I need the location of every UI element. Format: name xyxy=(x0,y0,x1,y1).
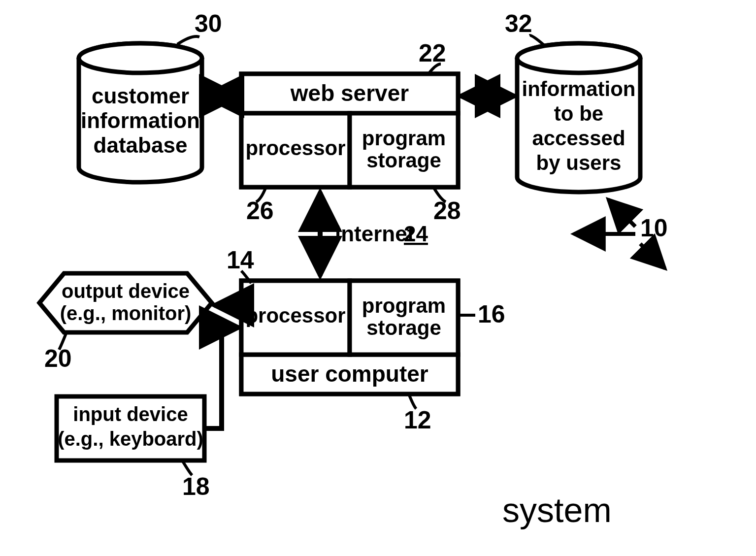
output-device-block: output device (e.g., monitor) xyxy=(39,273,212,332)
db-info-line2: to be xyxy=(554,102,603,125)
db-customer: customer information database xyxy=(79,43,202,182)
system-ref-group: 10 xyxy=(574,199,668,268)
uc-storage-line1: program xyxy=(362,294,446,317)
svg-line-14 xyxy=(608,199,635,227)
uc-processor-ref: 14 xyxy=(227,246,254,274)
output-device-line1: output device xyxy=(62,280,190,302)
system-ref: 10 xyxy=(640,214,668,242)
ws-storage-line1: program xyxy=(362,127,446,150)
svg-line-16 xyxy=(640,244,665,268)
uc-storage-line2: storage xyxy=(366,316,441,339)
user-computer-label: user computer xyxy=(271,361,428,387)
system-label: system xyxy=(502,491,612,529)
input-device-line1: input device xyxy=(73,403,188,425)
db-customer-line3: database xyxy=(94,133,188,157)
ws-processor-ref: 26 xyxy=(246,197,274,225)
db-info-line3: accessed xyxy=(532,127,625,150)
web-server-block: web server processor program storage xyxy=(241,74,458,187)
db-info-line4: by users xyxy=(536,151,622,174)
svg-point-3 xyxy=(517,43,640,73)
svg-point-1 xyxy=(79,43,202,73)
web-server-ref: 22 xyxy=(419,39,446,67)
ws-storage-line2: storage xyxy=(366,149,441,172)
db-customer-ref: 30 xyxy=(195,10,222,37)
user-computer-ref: 12 xyxy=(404,406,431,434)
input-device-block: input device (e.g., keyboard) xyxy=(57,396,204,460)
db-info: information to be accessed by users xyxy=(517,43,640,192)
input-device-line2: (e.g., keyboard) xyxy=(58,428,203,450)
input-device-ref: 18 xyxy=(182,473,210,500)
output-device-line2: (e.g., monitor) xyxy=(60,302,192,324)
internet-ref: 24 xyxy=(404,222,428,246)
db-info-ref: 32 xyxy=(505,10,532,37)
ws-processor-label: processor xyxy=(245,136,345,160)
db-customer-line1: customer xyxy=(92,84,189,108)
user-computer-block: user computer processor program storage xyxy=(241,281,458,394)
db-info-line1: information xyxy=(522,77,636,100)
internet-label: internet xyxy=(335,222,415,246)
arrow-input-to-processor xyxy=(204,327,239,428)
uc-processor-label: processor xyxy=(245,304,345,327)
uc-storage-ref: 16 xyxy=(478,300,505,328)
web-server-label: web server xyxy=(290,80,409,106)
db-customer-line2: information xyxy=(81,108,200,132)
ws-storage-ref: 28 xyxy=(433,197,461,225)
output-device-ref: 20 xyxy=(44,345,72,372)
